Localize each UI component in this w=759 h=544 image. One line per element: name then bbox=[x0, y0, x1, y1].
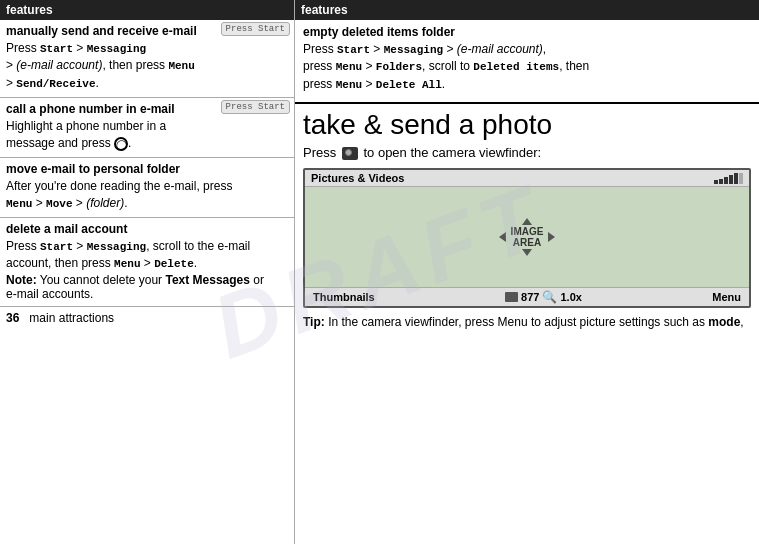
image-area-container: IMAGE AREA bbox=[499, 218, 555, 256]
arrow-left-icon bbox=[499, 232, 506, 242]
vf-bottom-bar: Thumbnails 877 🔍 1.0x Menu bbox=[305, 287, 749, 306]
vf-signal-icon bbox=[714, 173, 743, 184]
camera-icon bbox=[342, 147, 358, 160]
tip-menu-word: Menu bbox=[498, 315, 528, 329]
feature-block-move-email: move e-mail to personal folder After you… bbox=[0, 158, 294, 218]
vf-right-info: 877 🔍 1.0x bbox=[505, 290, 582, 304]
right-top-section: features empty deleted items folder Pres… bbox=[295, 0, 759, 104]
arrow-down-icon bbox=[522, 249, 532, 256]
vf-content: IMAGE AREA bbox=[305, 187, 749, 287]
right-section-header: features bbox=[295, 0, 759, 20]
vf-count: 877 bbox=[521, 291, 539, 303]
vf-menu-label: Menu bbox=[712, 291, 741, 303]
image-area-label: IMAGE AREA bbox=[507, 226, 547, 248]
press-start-badge-1: Press Start bbox=[221, 22, 290, 36]
feature-block-call-phone: call a phone number in e-mail Press Star… bbox=[0, 98, 294, 158]
tip-prefix: Tip: bbox=[303, 315, 325, 329]
feature-body-call-phone: Highlight a phone number in amessage and… bbox=[6, 118, 288, 152]
take-send-heading: take & send a photo bbox=[295, 104, 759, 143]
right-feature-empty-folder: empty deleted items folder Press Start >… bbox=[295, 22, 759, 98]
feature-body-move-email: After you're done reading the e-mail, pr… bbox=[6, 178, 288, 212]
press-start-badge-2: Press Start bbox=[221, 100, 290, 114]
right-feature-title-empty: empty deleted items folder bbox=[303, 25, 751, 39]
vf-title: Pictures & Videos bbox=[311, 172, 404, 184]
feature-body-manually-send: Press Start > Messaging > (e-mail accoun… bbox=[6, 40, 288, 92]
feature-note-delete-account: Note: You cannot delete your Text Messag… bbox=[6, 273, 288, 301]
arrow-right-icon bbox=[548, 232, 555, 242]
right-column: features empty deleted items folder Pres… bbox=[295, 0, 759, 544]
right-feature-body-empty: Press Start > Messaging > (e-mail accoun… bbox=[303, 41, 751, 93]
feature-body-delete-account: Press Start > Messaging, scroll to the e… bbox=[6, 238, 288, 273]
vf-thumbnails-label: Thumbnails bbox=[313, 291, 375, 303]
tip-suffix: to adjust picture settings such as bbox=[528, 315, 709, 329]
vf-top-bar: Pictures & Videos bbox=[305, 170, 749, 187]
left-column: features manually send and receive e-mai… bbox=[0, 0, 295, 544]
feature-title-move-email: move e-mail to personal folder bbox=[6, 162, 288, 176]
page-container: features manually send and receive e-mai… bbox=[0, 0, 759, 544]
vf-zoom: 1.0x bbox=[560, 291, 581, 303]
feature-block-manually-send: manually send and receive e-mail Press S… bbox=[0, 20, 294, 98]
bottom-bar: 36 main attractions bbox=[0, 307, 294, 329]
page-number: 36 bbox=[6, 311, 19, 325]
vf-magnify-icon: 🔍 bbox=[542, 290, 557, 304]
page-label: main attractions bbox=[29, 311, 114, 325]
vf-signal-bar-last bbox=[739, 173, 743, 184]
image-area-row: IMAGE AREA bbox=[499, 226, 555, 248]
vf-film-icon bbox=[505, 292, 518, 302]
feature-block-delete-account: delete a mail account Press Start > Mess… bbox=[0, 218, 294, 307]
feature-title-delete-account: delete a mail account bbox=[6, 222, 288, 236]
tip-end: , bbox=[740, 315, 743, 329]
arrow-up-icon bbox=[522, 218, 532, 225]
tip-text: Tip: In the camera viewfinder, press Men… bbox=[295, 310, 759, 335]
tip-body: In the camera viewfinder, press bbox=[328, 315, 497, 329]
left-section-header: features bbox=[0, 0, 294, 20]
tip-mode-word: mode bbox=[708, 315, 740, 329]
camera-viewfinder: Pictures & Videos IMAG bbox=[303, 168, 751, 308]
press-camera-text: Press to open the camera viewfinder: bbox=[295, 143, 759, 166]
